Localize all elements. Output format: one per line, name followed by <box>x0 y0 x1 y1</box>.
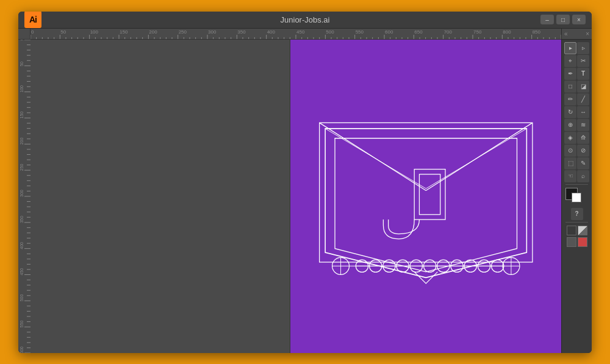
tool-row-scale: ⊕ ≋ <box>563 119 590 131</box>
window-title: Junior-Jobs.ai <box>281 15 330 24</box>
svg-rect-6 <box>419 174 440 214</box>
zoom-tool[interactable]: ⌕ <box>577 170 589 182</box>
swatch-3[interactable] <box>567 237 576 247</box>
swatch-4[interactable] <box>578 237 587 247</box>
lasso-tool[interactable]: ✂ <box>577 55 589 67</box>
stroke-color-box[interactable] <box>572 193 581 202</box>
tool-row-pen: ✒ T <box>563 68 590 80</box>
title-bar-left: Ai <box>24 12 41 29</box>
svg-line-4 <box>426 128 526 188</box>
minimize-button[interactable]: – <box>540 15 554 24</box>
type-tool[interactable]: T <box>577 68 589 80</box>
tools-panel-header: « × <box>562 29 592 40</box>
artboard <box>290 53 562 340</box>
ruler-vertical <box>18 40 290 353</box>
width-tool[interactable]: ◈ <box>564 132 576 144</box>
eyedropper-tool[interactable]: ✎ <box>577 157 589 170</box>
tool-row-gradient: ⊙ ⊘ <box>563 145 590 157</box>
close-button[interactable]: × <box>572 15 586 24</box>
window-controls: – □ × <box>540 15 586 24</box>
tool-row-blend: ⬚ ✎ <box>563 157 590 170</box>
reflect-tool[interactable]: ↔ <box>577 106 589 118</box>
canvas-area[interactable] <box>290 40 562 353</box>
tools-collapse-right[interactable]: × <box>586 30 589 37</box>
ruler-corner <box>18 29 30 40</box>
ruler-row <box>18 29 561 40</box>
mesh-tool[interactable]: ⊘ <box>577 145 589 157</box>
tool-row-rotate: ↻ ↔ <box>563 106 590 118</box>
canvas-body <box>18 40 561 353</box>
tool-row-pencil: ✏ ╱ <box>563 93 590 105</box>
tool-row-width: ◈ ⟰ <box>563 132 590 144</box>
select-tool[interactable]: ▸ <box>564 42 576 54</box>
gradient-tool[interactable]: ⊙ <box>564 145 576 157</box>
tool-row-extra: ? <box>563 208 590 220</box>
maximize-button[interactable]: □ <box>556 15 570 24</box>
tool-row-shape: □ ◪ <box>563 80 590 93</box>
swatch-1[interactable] <box>567 226 576 235</box>
blend-tool[interactable]: ⬚ <box>564 157 576 170</box>
tool-separator-2 <box>565 222 588 223</box>
rectangle-tool[interactable]: □ <box>564 80 576 93</box>
tool-row-hand: ☜ ⌕ <box>563 170 590 182</box>
line-tool[interactable]: ╱ <box>577 93 589 105</box>
scale-tool[interactable]: ⊕ <box>564 119 576 131</box>
help-tool[interactable]: ? <box>571 208 583 220</box>
direct-select-tool[interactable]: ▹ <box>577 42 589 54</box>
pen-tool[interactable]: ✒ <box>564 68 576 80</box>
ruler-horizontal <box>30 29 561 40</box>
svg-line-3 <box>325 128 426 188</box>
pencil-tool[interactable]: ✏ <box>564 93 576 105</box>
tool-row-select: ▸ ▹ <box>563 42 590 54</box>
main-content: « × ▸ ▹ ⌖ ✂ ✒ T <box>18 29 592 353</box>
svg-rect-0 <box>319 123 532 262</box>
warp-tool[interactable]: ≋ <box>577 119 589 131</box>
rotate-tool[interactable]: ↻ <box>564 106 576 118</box>
swatch-2[interactable] <box>578 226 587 235</box>
hand-tool[interactable]: ☜ <box>564 170 576 182</box>
app-logo: Ai <box>24 12 41 29</box>
graph-tool[interactable]: ⟰ <box>577 132 589 144</box>
tool-separator <box>565 184 588 185</box>
shape-tool[interactable]: ◪ <box>577 80 589 93</box>
tool-row-wand: ⌖ ✂ <box>563 55 590 67</box>
magic-wand-tool[interactable]: ⌖ <box>564 55 576 67</box>
title-bar: Ai Junior-Jobs.ai – □ × <box>18 12 592 29</box>
application-window: Ai Junior-Jobs.ai – □ × <box>18 12 592 353</box>
tools-collapse-left[interactable]: « <box>564 30 568 37</box>
